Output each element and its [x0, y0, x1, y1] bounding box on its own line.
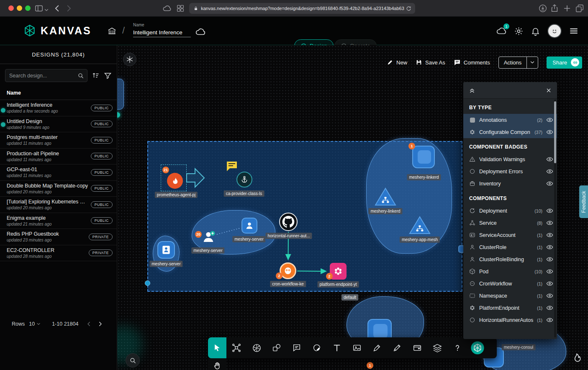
notification-center-button[interactable]: 1 [496, 26, 507, 36]
eye-icon[interactable] [546, 280, 553, 287]
eye-icon[interactable] [546, 231, 553, 239]
rows-per-page-select[interactable]: 10 [29, 321, 41, 327]
node-label[interactable]: prometheus-agent-pj [155, 192, 198, 198]
actions-dropdown-caret[interactable] [527, 59, 538, 65]
badge-row-inventory[interactable]: Inventory [463, 177, 557, 190]
eye-icon[interactable] [546, 304, 553, 311]
collapse-panel-icon[interactable] [468, 87, 476, 94]
new-button[interactable]: New [387, 59, 407, 66]
node-label[interactable]: cron-workflow-ke [270, 281, 306, 287]
design-list-item[interactable]: Redis PHP Guestbookupdated 23 minutes ag… [0, 229, 117, 245]
new-tab-icon[interactable] [562, 4, 572, 13]
comments-button[interactable]: Comments [454, 59, 490, 66]
node-label[interactable]: horizontal-runner-aut... [265, 233, 312, 239]
badge-row-validation-warnings[interactable]: Validation Warnings [463, 153, 557, 165]
canvas-widgets-button[interactable] [123, 53, 136, 66]
kanvas-logo[interactable]: KANVAS [23, 24, 92, 37]
eye-icon[interactable] [546, 207, 553, 214]
pan-tool-button[interactable] [208, 358, 226, 370]
node-github-runner[interactable] [279, 213, 298, 231]
comment-tool-button[interactable] [287, 337, 307, 358]
node-label[interactable]: meshery-server [191, 247, 224, 254]
node-label[interactable]: meshery-server [149, 261, 182, 267]
panel-scrollbar-thumb[interactable] [554, 101, 556, 163]
close-icon[interactable] [545, 87, 552, 94]
window-zoom-button[interactable] [25, 5, 31, 11]
design-list-item[interactable]: Postgres multi-masterupdated 11 minutes … [0, 132, 117, 149]
node-comment[interactable] [226, 161, 238, 172]
design-list-item[interactable]: EC2-CONTROLLERupdated 28 minutes ago PRI… [0, 245, 117, 262]
node-meshery-app-mesh[interactable] [409, 216, 431, 234]
component-row-pod[interactable]: Pod (10) [463, 265, 557, 278]
node-label[interactable]: meshery-server [232, 236, 265, 242]
node-ca-provider[interactable] [236, 172, 252, 188]
icloud-tabs-icon[interactable] [162, 4, 172, 13]
node-meshery-server-3[interactable] [157, 241, 175, 259]
reload-icon[interactable] [406, 5, 412, 12]
tab-overview-icon[interactable] [575, 4, 584, 13]
node-label[interactable]: platform-endpoint-yt [318, 281, 359, 288]
eye-icon[interactable] [546, 168, 553, 175]
component-row-service[interactable]: Service (8) [463, 217, 557, 229]
bytype-row-annotations[interactable]: Annotations (2) [463, 114, 557, 126]
eye-icon[interactable] [546, 244, 553, 251]
design-list-item[interactable]: Production-alt Pipelineupdated 11 minute… [0, 149, 117, 165]
design-list-item[interactable]: Intelligent Inferenceupdated a few secon… [0, 100, 117, 116]
forward-button[interactable] [64, 4, 73, 13]
flame-status-icon[interactable] [571, 352, 582, 365]
tab-group-chevron-icon[interactable] [44, 5, 49, 15]
component-row-serviceaccount[interactable]: ServiceAccount (1) [463, 229, 557, 241]
zoom-button[interactable] [126, 353, 140, 367]
node-label[interactable]: meshery-app-mesh [400, 236, 440, 243]
node-prometheus[interactable] [167, 173, 183, 189]
component-row-platformendpoint[interactable]: PlatformEndpoint (1) [463, 302, 557, 314]
help-tool-button[interactable] [447, 337, 467, 358]
share-button[interactable]: Share [547, 57, 582, 69]
window-minimize-button[interactable] [17, 5, 22, 11]
node-meshery-server-2[interactable] [201, 230, 216, 244]
eye-icon[interactable] [546, 156, 553, 163]
actions-button[interactable]: Actions [498, 57, 539, 69]
design-list-item[interactable]: Untitled Designupdated 9 minutes ago PUB… [0, 116, 117, 133]
component-row-horizontalrunner[interactable]: HorizontalRunnerAutos (1) [463, 314, 557, 326]
eye-icon[interactable] [546, 180, 553, 187]
component-row-clusterrolebinding[interactable]: ClusterRoleBinding (1) [463, 253, 557, 265]
url-bar[interactable]: kanvas.new/extension/meshmap?mode=design… [189, 3, 415, 14]
eye-icon[interactable] [546, 256, 553, 263]
eye-icon[interactable] [546, 128, 553, 136]
design-list-item[interactable]: Double Bubble Map Template-copyupdated 2… [0, 181, 117, 197]
component-row-deployment[interactable]: Deployment (10) [463, 205, 557, 217]
design-list-item[interactable]: GCP-east-01updated 11 minutes ago PUBLIC [0, 164, 117, 181]
design-card-tool-button[interactable] [407, 337, 427, 358]
mesh-components-button[interactable] [226, 337, 246, 358]
sort-icon[interactable] [92, 72, 100, 80]
back-button[interactable] [53, 4, 62, 13]
namespace-label[interactable]: default [342, 294, 358, 301]
design-list-item[interactable]: [Tutorial] Exploring Kubernetes Podupdat… [0, 197, 117, 213]
design-canvas[interactable]: 21 prometheus-agent-pj ca-provider-class… [117, 45, 588, 370]
design-name-input[interactable] [133, 28, 191, 37]
next-page-button[interactable] [97, 321, 103, 327]
node-meshery-linkerd-triangle[interactable] [375, 188, 396, 206]
pencil-tool-button[interactable] [387, 337, 407, 358]
node-label[interactable]: meshery-consul [502, 344, 536, 350]
bytype-row-configurable[interactable]: Configurable Compon (37) [463, 126, 557, 138]
text-tool-button[interactable] [327, 337, 347, 358]
share-icon[interactable] [550, 4, 559, 13]
node-label[interactable]: ca-provider-class-ls [224, 190, 264, 197]
sidebar-toggle-icon[interactable] [34, 4, 44, 13]
kubernetes-components-button[interactable] [246, 337, 267, 358]
gear-icon[interactable] [514, 26, 524, 36]
bell-icon[interactable] [531, 26, 540, 36]
node-label[interactable]: meshery-linkerd [368, 208, 402, 214]
shapes-tool-button[interactable] [267, 337, 287, 358]
layers-tool-button[interactable] [427, 337, 447, 358]
downloads-icon[interactable] [538, 4, 547, 13]
search-input[interactable] [5, 69, 87, 82]
node-label[interactable]: meshery-linkerd [407, 174, 441, 180]
eye-icon[interactable] [546, 268, 553, 275]
component-row-clusterrole[interactable]: ClusterRole (1) [463, 241, 557, 253]
component-row-namespace[interactable]: Namespace (1) [463, 290, 557, 302]
media-tool-button[interactable] [347, 337, 367, 358]
save-as-button[interactable]: Save As [416, 59, 445, 66]
